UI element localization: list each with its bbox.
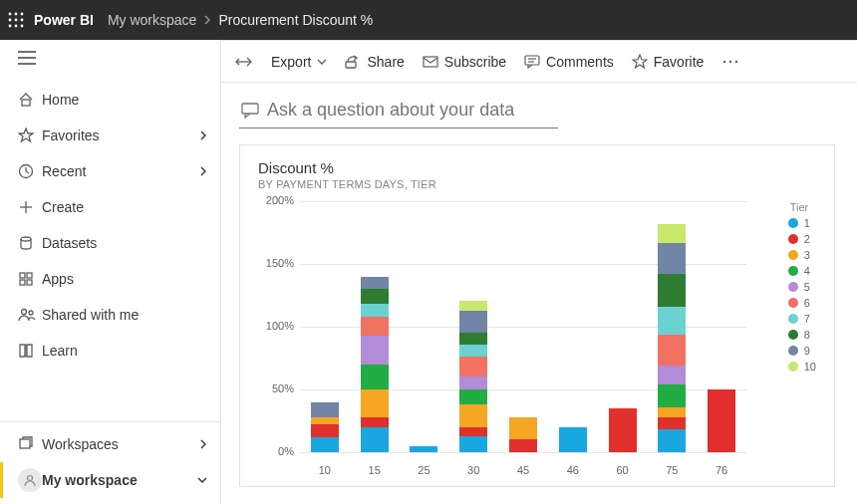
favorite-button[interactable]: Favorite: [624, 47, 713, 77]
sidebar-item-my-workspace[interactable]: My workspace: [0, 462, 220, 498]
sidebar-item-label: Apps: [42, 271, 208, 287]
legend-item[interactable]: 9: [788, 345, 816, 357]
svg-point-0: [9, 13, 12, 16]
legend-item[interactable]: 10: [788, 361, 816, 373]
chart-y-tick: 0%: [258, 445, 294, 457]
legend-item[interactable]: 8: [788, 329, 816, 341]
chart-bar-segment: [311, 424, 339, 437]
legend-item[interactable]: 4: [788, 265, 816, 277]
chart-bar-segment: [658, 384, 686, 407]
breadcrumb-separator: [202, 15, 212, 25]
chart-subtitle: BY PAYMENT TERMS DAYS, TIER: [258, 178, 816, 190]
legend-item[interactable]: 2: [788, 233, 816, 245]
legend-label: 1: [804, 217, 810, 229]
legend-swatch: [788, 346, 798, 356]
sidebar-item-shared-with-me[interactable]: Shared with me: [0, 297, 220, 333]
sidebar-item-favorites[interactable]: Favorites: [0, 118, 220, 153]
sidebar-item-label: Home: [42, 92, 208, 108]
chart-y-tick: 50%: [258, 382, 294, 394]
hamburger-button[interactable]: [0, 40, 220, 76]
legend-item[interactable]: 1: [788, 217, 816, 229]
chart-x-tick: 15: [369, 464, 381, 476]
chart-bar[interactable]: [361, 277, 389, 452]
export-button[interactable]: Export: [263, 47, 335, 77]
sidebar-item-apps[interactable]: Apps: [0, 261, 220, 297]
chart-bar[interactable]: [410, 446, 437, 452]
sidebar-item-workspaces[interactable]: Workspaces: [0, 426, 220, 462]
chart-y-tick: 200%: [258, 194, 294, 206]
comments-button[interactable]: Comments: [516, 47, 622, 77]
subscribe-label: Subscribe: [444, 54, 506, 70]
chart-bar-segment: [459, 311, 487, 334]
svg-marker-13: [19, 128, 33, 141]
undo-button[interactable]: [227, 47, 261, 77]
sidebar-item-label: Workspaces: [42, 436, 198, 452]
chart-bar-segment: [361, 365, 389, 389]
export-label: Export: [271, 54, 311, 70]
sidebar-item-create[interactable]: Create: [0, 189, 220, 225]
breadcrumb-workspace[interactable]: My workspace: [108, 12, 196, 28]
chart-gridline: [300, 452, 746, 453]
chart-bar[interactable]: [708, 389, 735, 452]
chart-bar-segment: [361, 336, 389, 365]
layers-icon: [18, 436, 42, 452]
chart-bar[interactable]: [609, 408, 637, 452]
chart-bar-segment: [609, 408, 637, 452]
chart-bar[interactable]: [459, 301, 487, 452]
svg-rect-19: [27, 273, 32, 278]
subscribe-button[interactable]: Subscribe: [415, 47, 514, 77]
legend-label: 6: [804, 297, 810, 309]
more-button[interactable]: [714, 47, 747, 77]
share-button[interactable]: Share: [337, 47, 412, 77]
svg-point-5: [21, 19, 24, 22]
chart-bar-segment: [361, 289, 389, 304]
chart-bar-segment: [459, 333, 487, 344]
chart-bar[interactable]: [311, 402, 339, 452]
sidebar-item-recent[interactable]: Recent: [0, 153, 220, 189]
chart-bar-segment: [459, 377, 487, 389]
legend-item[interactable]: 5: [788, 281, 816, 293]
chart-bar-segment: [459, 427, 487, 436]
star-icon: [18, 127, 42, 143]
chart-bar-segment: [559, 427, 587, 452]
svg-rect-20: [20, 280, 25, 285]
legend-label: 4: [804, 265, 810, 277]
sidebar-item-home[interactable]: Home: [0, 82, 220, 118]
avatar-icon: [18, 468, 42, 492]
svg-point-6: [9, 25, 12, 28]
sidebar-item-label: Shared with me: [42, 307, 208, 323]
legend-swatch: [788, 330, 798, 340]
chart-bar-segment: [658, 417, 686, 430]
legend-item[interactable]: 3: [788, 249, 816, 261]
chart-x-tick: 25: [418, 464, 429, 476]
legend-item[interactable]: 7: [788, 313, 816, 325]
legend-item[interactable]: 6: [788, 297, 816, 309]
chart-bar[interactable]: [509, 417, 537, 452]
legend-title: Tier: [788, 201, 816, 213]
svg-rect-37: [242, 104, 258, 114]
svg-point-22: [22, 310, 27, 315]
svg-rect-12: [22, 100, 30, 106]
share-label: Share: [367, 54, 404, 70]
people-icon: [18, 308, 42, 322]
chart-bar[interactable]: [658, 224, 686, 452]
star-icon: [632, 54, 648, 70]
sidebar-item-learn[interactable]: Learn: [0, 333, 220, 369]
legend-swatch: [788, 250, 798, 260]
sidebar-item-label: Favorites: [42, 127, 198, 143]
qna-input[interactable]: Ask a question about your data: [239, 93, 558, 128]
app-launcher-icon[interactable]: [8, 12, 24, 28]
svg-marker-33: [633, 55, 647, 68]
chart-bar[interactable]: [559, 427, 587, 452]
chart-bar-segment: [658, 243, 686, 275]
chart-x-tick: 10: [319, 464, 331, 476]
chart-gridline: [300, 201, 746, 202]
chart-bar-segment: [658, 307, 686, 335]
chart-bar-segment: [410, 446, 437, 452]
chart-bar-segment: [311, 437, 339, 452]
chart-bar-segment: [361, 427, 389, 452]
chart-bar-segment: [361, 304, 389, 317]
sidebar-item-datasets[interactable]: Datasets: [0, 225, 220, 261]
legend-label: 3: [804, 249, 810, 261]
undo-icon: [235, 55, 253, 69]
